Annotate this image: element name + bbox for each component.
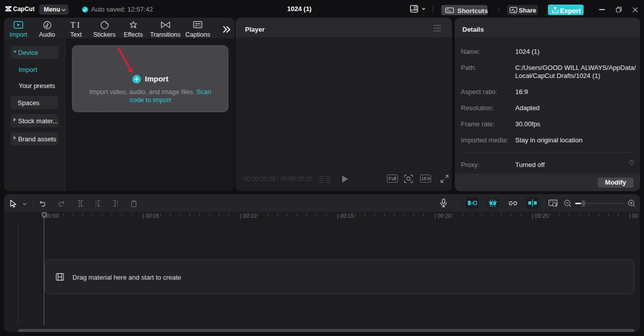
svg-text:I: I (77, 21, 79, 29)
svg-text:T: T (70, 21, 75, 29)
svg-text:?: ? (630, 160, 632, 164)
